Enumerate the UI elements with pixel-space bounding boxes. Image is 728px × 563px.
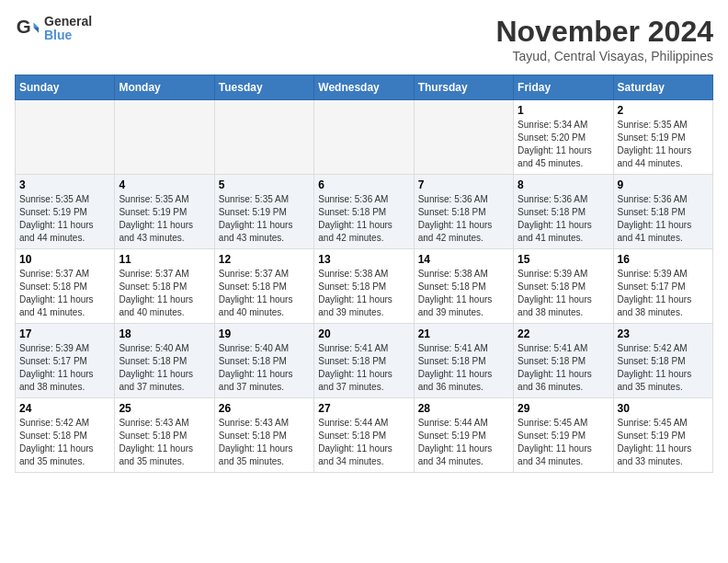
day-info: Sunrise: 5:34 AM Sunset: 5:20 PM Dayligh… [518,119,609,170]
header: G General Blue November 2024 Tayud, Cent… [15,15,713,63]
calendar-cell: 5Sunrise: 5:35 AM Sunset: 5:19 PM Daylig… [214,175,313,249]
day-header-wednesday: Wednesday [314,75,414,100]
logo-text: General Blue [44,15,92,43]
day-info: Sunrise: 5:40 AM Sunset: 5:18 PM Dayligh… [219,342,310,394]
calendar-cell: 14Sunrise: 5:38 AM Sunset: 5:18 PM Dayli… [414,249,513,324]
day-number: 14 [418,253,509,266]
calendar-cell [16,100,115,175]
day-header-thursday: Thursday [414,75,513,100]
day-number: 29 [518,402,609,415]
day-info: Sunrise: 5:43 AM Sunset: 5:18 PM Dayligh… [219,417,310,468]
day-info: Sunrise: 5:42 AM Sunset: 5:18 PM Dayligh… [19,417,110,468]
day-info: Sunrise: 5:45 AM Sunset: 5:19 PM Dayligh… [518,417,609,468]
calendar-cell: 7Sunrise: 5:36 AM Sunset: 5:18 PM Daylig… [414,175,513,249]
calendar-cell: 11Sunrise: 5:37 AM Sunset: 5:18 PM Dayli… [115,249,214,324]
calendar-cell: 9Sunrise: 5:36 AM Sunset: 5:18 PM Daylig… [613,175,712,249]
day-number: 20 [318,327,409,340]
day-header-monday: Monday [115,75,214,100]
day-info: Sunrise: 5:41 AM Sunset: 5:18 PM Dayligh… [318,342,409,394]
day-info: Sunrise: 5:38 AM Sunset: 5:18 PM Dayligh… [418,268,509,319]
day-info: Sunrise: 5:36 AM Sunset: 5:18 PM Dayligh… [318,193,409,245]
day-number: 10 [19,253,110,266]
calendar-cell: 15Sunrise: 5:39 AM Sunset: 5:18 PM Dayli… [514,249,613,324]
day-number: 21 [418,327,509,340]
calendar-table: SundayMondayTuesdayWednesdayThursdayFrid… [15,75,713,473]
svg-marker-1 [34,23,40,29]
header-row: SundayMondayTuesdayWednesdayThursdayFrid… [16,75,713,100]
calendar-cell [214,100,313,175]
day-info: Sunrise: 5:44 AM Sunset: 5:19 PM Dayligh… [418,417,509,468]
day-info: Sunrise: 5:43 AM Sunset: 5:18 PM Dayligh… [119,417,210,468]
calendar-cell: 27Sunrise: 5:44 AM Sunset: 5:18 PM Dayli… [314,398,414,473]
day-header-sunday: Sunday [16,75,115,100]
calendar-cell: 3Sunrise: 5:35 AM Sunset: 5:19 PM Daylig… [16,175,115,249]
calendar-header: SundayMondayTuesdayWednesdayThursdayFrid… [16,75,713,100]
calendar-cell [414,100,513,175]
calendar-cell: 26Sunrise: 5:43 AM Sunset: 5:18 PM Dayli… [214,398,313,473]
day-info: Sunrise: 5:39 AM Sunset: 5:18 PM Dayligh… [518,268,609,319]
day-number: 12 [219,253,310,266]
day-info: Sunrise: 5:37 AM Sunset: 5:18 PM Dayligh… [219,268,310,319]
calendar-cell: 18Sunrise: 5:40 AM Sunset: 5:18 PM Dayli… [115,324,214,398]
logo-line2: Blue [44,29,92,42]
day-number: 1 [518,104,609,117]
day-number: 5 [219,178,310,191]
calendar-cell: 25Sunrise: 5:43 AM Sunset: 5:18 PM Dayli… [115,398,214,473]
logo-line1: General [44,15,92,29]
calendar-cell [115,100,214,175]
day-info: Sunrise: 5:35 AM Sunset: 5:19 PM Dayligh… [618,119,709,170]
calendar-cell: 20Sunrise: 5:41 AM Sunset: 5:18 PM Dayli… [314,324,414,398]
week-row-2: 10Sunrise: 5:37 AM Sunset: 5:18 PM Dayli… [16,249,713,324]
day-number: 15 [518,253,609,266]
day-info: Sunrise: 5:45 AM Sunset: 5:19 PM Dayligh… [618,417,709,468]
day-info: Sunrise: 5:39 AM Sunset: 5:17 PM Dayligh… [19,342,110,394]
calendar-cell: 2Sunrise: 5:35 AM Sunset: 5:19 PM Daylig… [613,100,712,175]
day-info: Sunrise: 5:36 AM Sunset: 5:18 PM Dayligh… [418,193,509,245]
svg-text:G: G [17,16,31,37]
day-number: 7 [418,178,509,191]
day-info: Sunrise: 5:37 AM Sunset: 5:18 PM Dayligh… [119,268,210,319]
calendar-cell: 17Sunrise: 5:39 AM Sunset: 5:17 PM Dayli… [16,324,115,398]
day-number: 9 [618,178,709,191]
calendar-cell [314,100,414,175]
day-number: 27 [318,402,409,415]
calendar-cell: 19Sunrise: 5:40 AM Sunset: 5:18 PM Dayli… [214,324,313,398]
day-number: 8 [518,178,609,191]
day-info: Sunrise: 5:35 AM Sunset: 5:19 PM Dayligh… [219,193,310,245]
calendar-body: 1Sunrise: 5:34 AM Sunset: 5:20 PM Daylig… [16,100,713,473]
week-row-0: 1Sunrise: 5:34 AM Sunset: 5:20 PM Daylig… [16,100,713,175]
calendar-cell: 21Sunrise: 5:41 AM Sunset: 5:18 PM Dayli… [414,324,513,398]
day-number: 17 [19,327,110,340]
day-number: 30 [618,402,709,415]
day-info: Sunrise: 5:39 AM Sunset: 5:17 PM Dayligh… [618,268,709,319]
calendar-cell: 22Sunrise: 5:41 AM Sunset: 5:18 PM Dayli… [514,324,613,398]
calendar-cell: 28Sunrise: 5:44 AM Sunset: 5:19 PM Dayli… [414,398,513,473]
svg-marker-2 [34,28,40,33]
day-info: Sunrise: 5:35 AM Sunset: 5:19 PM Dayligh… [19,193,110,245]
day-number: 6 [318,178,409,191]
calendar-cell: 16Sunrise: 5:39 AM Sunset: 5:17 PM Dayli… [613,249,712,324]
day-header-tuesday: Tuesday [214,75,313,100]
day-info: Sunrise: 5:36 AM Sunset: 5:18 PM Dayligh… [518,193,609,245]
day-number: 11 [119,253,210,266]
logo-icon: G [15,16,40,41]
day-number: 26 [219,402,310,415]
calendar-cell: 13Sunrise: 5:38 AM Sunset: 5:18 PM Dayli… [314,249,414,324]
day-info: Sunrise: 5:35 AM Sunset: 5:19 PM Dayligh… [119,193,210,245]
title-area: November 2024 Tayud, Central Visayas, Ph… [495,15,713,63]
day-number: 18 [119,327,210,340]
day-number: 28 [418,402,509,415]
calendar-cell: 6Sunrise: 5:36 AM Sunset: 5:18 PM Daylig… [314,175,414,249]
calendar-cell: 29Sunrise: 5:45 AM Sunset: 5:19 PM Dayli… [514,398,613,473]
week-row-1: 3Sunrise: 5:35 AM Sunset: 5:19 PM Daylig… [16,175,713,249]
day-number: 2 [618,104,709,117]
day-info: Sunrise: 5:40 AM Sunset: 5:18 PM Dayligh… [119,342,210,394]
location-subtitle: Tayud, Central Visayas, Philippines [495,49,713,63]
day-info: Sunrise: 5:36 AM Sunset: 5:18 PM Dayligh… [618,193,709,245]
week-row-4: 24Sunrise: 5:42 AM Sunset: 5:18 PM Dayli… [16,398,713,473]
week-row-3: 17Sunrise: 5:39 AM Sunset: 5:17 PM Dayli… [16,324,713,398]
day-number: 3 [19,178,110,191]
day-number: 13 [318,253,409,266]
calendar-cell: 1Sunrise: 5:34 AM Sunset: 5:20 PM Daylig… [514,100,613,175]
calendar-cell: 23Sunrise: 5:42 AM Sunset: 5:18 PM Dayli… [613,324,712,398]
